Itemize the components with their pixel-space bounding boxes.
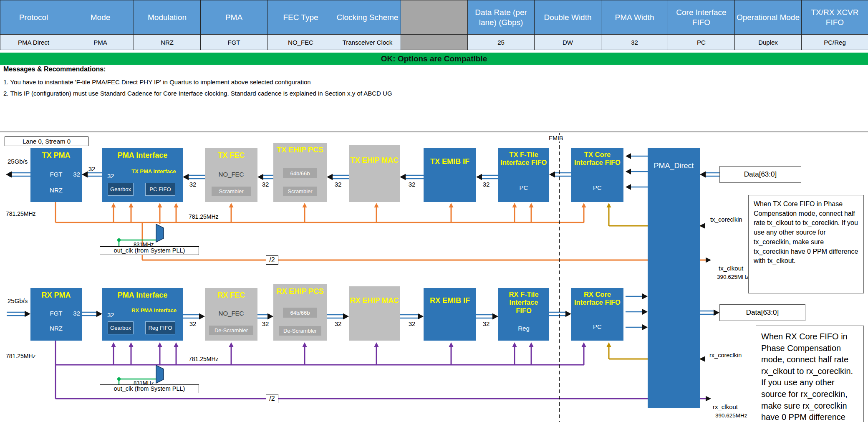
rx-clkout-rate-label: 390.625MHz [715, 412, 747, 419]
tx-coreclkin-label: tx_coreclkin [710, 216, 742, 223]
rx-fec-descrambler: De-Scrambler [209, 326, 253, 335]
tx-clock-arrowheads [111, 203, 586, 207]
tx-bus-width-4: 32 [335, 181, 342, 188]
rx-coreclkin-arrowhead [699, 356, 705, 362]
tx-pma-interface-block: PMA Interface TX PMA Interface 32 Gearbo… [102, 148, 183, 202]
rx-pcs-descrambler: De-Scrambler [279, 326, 321, 336]
rx-clk-rate-label-mid: 781.25MHz [189, 356, 219, 362]
rx-pma-interface-block: PMA Interface RX PMA Interface 32 Gearbo… [102, 288, 183, 341]
rx-bus-width-2: 32 [262, 320, 269, 327]
tx-gearbox-block: Gearbox [108, 183, 134, 196]
rx-clkout-label: rx_clkout [713, 403, 738, 410]
tx-clock-mux [156, 224, 164, 242]
rx-reg-fifo-block: Reg FIFO [145, 321, 175, 334]
tx-emib-if-block: TX EMIB IF [424, 148, 476, 202]
pma-direct-title: PMA_Direct [648, 148, 700, 170]
rx-clk-rate-label-left: 781.25MHz [6, 353, 36, 359]
tx-pcs-encoder: 64b/66b [283, 168, 317, 178]
rx-coreclkin-label: rx_coreclkin [709, 352, 742, 359]
tx-bus-width-2: 32 [189, 181, 197, 188]
tx-pma-block: TX PMA FGT NRZ 32 [30, 148, 82, 202]
rx-clkout-arrowhead [706, 396, 711, 402]
tx-core-fifo-note: When TX Core FIFO in Phase Compensation … [748, 195, 864, 293]
emib-label: EMIB [548, 135, 564, 142]
diagram-wires [0, 0, 868, 422]
rx-line-rate-label: 25Gb/s [8, 297, 28, 304]
rx-bus-width-1: 32 [189, 320, 197, 327]
tx-bus-width-6: 32 [483, 181, 490, 188]
tx-bus-width-3: 32 [262, 181, 269, 188]
pma-direct-block: PMA_Direct [648, 148, 700, 408]
tx-pma-interface-width: 32 [107, 172, 114, 179]
tx-ehip-pcs-block: TX EHIP PCS 64b/66b Scrambler [273, 143, 327, 202]
rx-bus-width-4: 32 [409, 320, 416, 327]
tx-ehip-mac-block: TX EHIP MAC [349, 145, 400, 202]
rx-core-fifo-title: RX Core Interface FIFO [571, 288, 623, 307]
rx-pma-interface-sublabel: RX PMA Interface [131, 307, 177, 313]
rx-pma-interface-title: PMA Interface [102, 288, 183, 300]
tx-fec-block: TX FEC NO_FEC Scrambler [205, 148, 257, 202]
rx-fec-title: RX FEC [205, 288, 257, 300]
rx-bus-width-3: 32 [335, 320, 342, 327]
rx-ehip-pcs-block: RX EHIP PCS 64b/66b De-Scrambler [273, 284, 327, 341]
tx-ftile-fifo-mode: PC [498, 184, 549, 191]
page: ProtocolPMA Direct ModePMA ModulationNRZ… [0, 0, 868, 422]
tx-pma-title: TX PMA [30, 148, 82, 160]
tx-core-fifo-block: TX Core Interface FIFO PC [571, 148, 623, 202]
lane-stream-label: Lane 0, Stream 0 [5, 136, 88, 146]
tx-fec-scrambler: Scrambler [212, 187, 251, 196]
tx-clkout-rate-label: 390.625MHz [717, 274, 749, 280]
tx-ehip-pcs-title: TX EHIP PCS [273, 143, 327, 154]
tx-ehip-mac-title: TX EHIP MAC [349, 145, 400, 165]
rx-emib-if-title: RX EMIB IF [424, 288, 476, 305]
tx-pma-nrz: NRZ [30, 187, 82, 194]
rx-pma-block: RX PMA FGT NRZ 32 [30, 288, 82, 341]
tx-pc-fifo-block: PC FIFO [145, 183, 175, 196]
tx-pma-interface-sublabel: TX PMA Interface [131, 168, 176, 174]
rx-pma-nrz: NRZ [30, 325, 82, 332]
tx-ftile-fifo-block: TX F-Tile Interface FIFO PC [498, 148, 549, 202]
tx-clkout-label: tx_clkout [719, 265, 743, 272]
rx-pma-interface-width: 32 [107, 311, 114, 318]
rx-out-clk-box: out_clk (from System PLL) [100, 384, 199, 393]
rx-clock-arrowheads [111, 342, 586, 347]
rx-ehip-pcs-title: RX EHIP PCS [273, 284, 327, 296]
rx-fec-mode: NO_FEC [205, 310, 257, 317]
tx-ftile-fifo-title: TX F-Tile Interface FIFO [498, 148, 549, 167]
tx-emib-if-title: TX EMIB IF [424, 148, 476, 166]
rx-core-fifo-mode: PC [571, 323, 623, 330]
rx-pma-title: RX PMA [30, 288, 82, 300]
rx-gearbox-block: Gearbox [108, 321, 134, 334]
tx-bus-width-1: 32 [88, 165, 96, 172]
tx-divider-box: /2 [266, 255, 278, 265]
tx-out-clk-box: out_clk (from System PLL) [100, 246, 199, 255]
rx-emib-if-block: RX EMIB IF [424, 288, 476, 341]
rx-ftile-fifo-title: RX F-Tile Interface FIFO [498, 288, 549, 315]
tx-pcs-scrambler: Scrambler [283, 187, 317, 196]
tx-clk-rate-label-mid: 781.25MHz [189, 213, 219, 220]
tx-pma-interface-title: PMA Interface [102, 148, 183, 160]
rx-ehip-mac-block: RX EHIP MAC [349, 286, 400, 341]
tx-core-fifo-mode: PC [571, 184, 623, 191]
rx-pma-width: 32 [73, 310, 80, 317]
rx-ftile-fifo-mode: Reg [498, 325, 549, 332]
tx-data-bus-box: Data[63:0] [719, 166, 801, 183]
tx-bus-width-5: 32 [409, 181, 416, 188]
rx-ehip-mac-title: RX EHIP MAC [349, 286, 400, 305]
rx-divider-box: /2 [266, 394, 278, 403]
tx-line-rate-label: 25Gb/s [8, 158, 28, 165]
tx-fec-title: TX FEC [205, 148, 257, 160]
rx-pcs-encoder: 64b/66b [283, 308, 317, 318]
rx-ftile-fifo-block: RX F-Tile Interface FIFO Reg [498, 288, 549, 341]
tx-fec-mode: NO_FEC [205, 171, 257, 178]
rx-core-fifo-note: When RX Core FIFO in Phase Compensation … [756, 326, 864, 422]
tx-pma-width: 32 [73, 171, 80, 178]
tx-clkout-arrowhead [706, 258, 711, 263]
rx-core-fifo-block: RX Core Interface FIFO PC [571, 288, 623, 341]
rx-bus-width-5: 32 [483, 320, 490, 327]
tx-coreclkin-arrowhead [699, 223, 705, 229]
rx-data-bus-box: Data[63:0] [719, 304, 805, 321]
rx-fec-block: RX FEC NO_FEC De-Scrambler [205, 288, 257, 341]
tx-clk-rate-label-left: 781.25MHz [6, 210, 36, 217]
rx-clock-mux [156, 365, 164, 383]
